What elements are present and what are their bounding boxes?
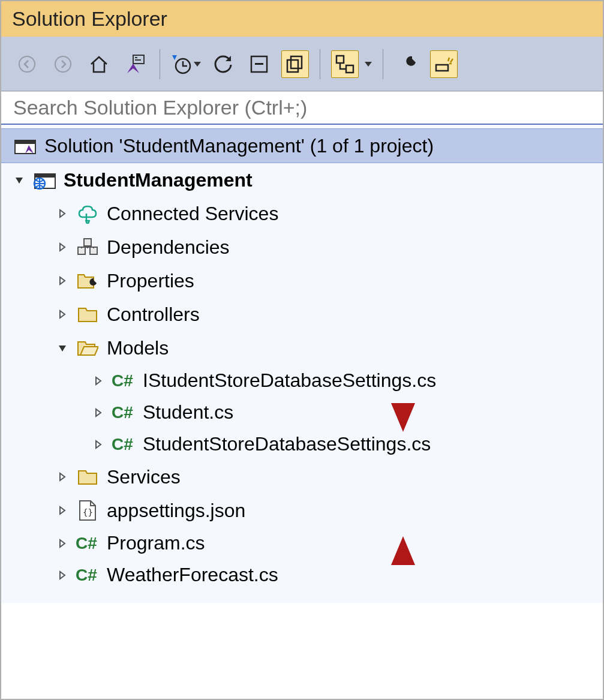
dependencies-icon bbox=[76, 235, 100, 259]
forward-button[interactable] bbox=[49, 50, 77, 78]
tree-node-appsettings[interactable]: {} appsettings.json bbox=[1, 494, 603, 527]
expander-closed-icon[interactable] bbox=[92, 375, 104, 387]
tree-node-weather[interactable]: C# WeatherForecast.cs bbox=[1, 559, 603, 591]
dropdown-caret-icon bbox=[365, 62, 372, 67]
class-diagram-icon bbox=[335, 54, 355, 74]
pending-changes-filter-button[interactable] bbox=[171, 54, 201, 74]
show-all-files-button[interactable] bbox=[281, 50, 309, 78]
tree-node-connected-services[interactable]: Connected Services bbox=[1, 197, 603, 230]
search-input[interactable] bbox=[12, 95, 592, 120]
csharp-file-icon: C# bbox=[112, 435, 136, 454]
properties-folder-icon bbox=[76, 269, 100, 293]
tree-node-program[interactable]: C# Program.cs bbox=[1, 527, 603, 559]
sync-button[interactable] bbox=[209, 50, 237, 78]
json-file-icon: {} bbox=[76, 498, 100, 522]
file-label: Program.cs bbox=[107, 532, 205, 554]
home-icon bbox=[89, 54, 109, 74]
svg-point-0 bbox=[19, 56, 35, 72]
node-label: Services bbox=[107, 466, 181, 488]
preview-icon bbox=[434, 54, 454, 74]
toolbar-separator bbox=[383, 49, 383, 79]
collapse-all-icon bbox=[249, 54, 269, 74]
file-label: StudentStoreDatabaseSettings.cs bbox=[143, 433, 431, 455]
node-label: Models bbox=[107, 337, 169, 359]
connected-services-icon bbox=[76, 202, 100, 226]
svg-point-1 bbox=[55, 56, 71, 72]
expander-closed-icon[interactable] bbox=[56, 569, 68, 581]
file-label: WeatherForecast.cs bbox=[107, 564, 278, 586]
tree-node-dependencies[interactable]: Dependencies bbox=[1, 230, 603, 264]
tree-node-file[interactable]: C# Student.cs bbox=[1, 396, 603, 428]
svg-rect-8 bbox=[287, 60, 298, 72]
node-label: Properties bbox=[107, 270, 194, 292]
csharp-file-icon: C# bbox=[112, 371, 136, 390]
back-arrow-icon bbox=[18, 55, 36, 73]
file-label: Student.cs bbox=[143, 401, 233, 423]
csharp-file-icon: C# bbox=[76, 534, 100, 553]
svg-rect-16 bbox=[35, 174, 55, 178]
svg-rect-9 bbox=[291, 56, 302, 68]
node-label: Connected Services bbox=[107, 203, 278, 225]
panel-title: Solution Explorer bbox=[1, 1, 603, 37]
expander-closed-icon[interactable] bbox=[56, 275, 68, 287]
panel-title-text: Solution Explorer bbox=[12, 7, 167, 30]
toolbar-separator bbox=[160, 49, 160, 79]
svg-rect-11 bbox=[346, 65, 353, 73]
home-button[interactable] bbox=[85, 50, 113, 78]
svg-rect-14 bbox=[15, 140, 35, 144]
expander-closed-icon[interactable] bbox=[56, 241, 68, 253]
folder-icon bbox=[76, 465, 100, 489]
expander-closed-icon[interactable] bbox=[56, 504, 68, 516]
svg-rect-7 bbox=[255, 63, 263, 65]
folder-icon bbox=[76, 302, 100, 326]
web-project-icon bbox=[32, 168, 56, 192]
filter-pending-icon bbox=[171, 54, 191, 74]
dropdown-caret-icon bbox=[194, 62, 201, 67]
show-all-files-icon bbox=[285, 54, 305, 74]
svg-rect-4 bbox=[135, 59, 141, 61]
csharp-file-icon: C# bbox=[76, 566, 100, 585]
project-label: StudentManagement bbox=[64, 169, 253, 191]
svg-text:{}: {} bbox=[83, 507, 93, 517]
back-button[interactable] bbox=[13, 50, 41, 78]
svg-rect-3 bbox=[135, 57, 137, 58]
svg-rect-12 bbox=[436, 65, 448, 71]
expander-open-icon[interactable] bbox=[56, 342, 68, 354]
solution-tree: Solution 'StudentManagement' (1 of 1 pro… bbox=[1, 125, 603, 603]
node-label: Dependencies bbox=[107, 236, 230, 259]
tree-node-services[interactable]: Services bbox=[1, 460, 603, 494]
collapse-all-button[interactable] bbox=[245, 50, 273, 78]
tree-node-controllers[interactable]: Controllers bbox=[1, 298, 603, 331]
expander-closed-icon[interactable] bbox=[56, 471, 68, 483]
solution-icon bbox=[13, 134, 37, 158]
expander-open-icon[interactable] bbox=[13, 174, 25, 186]
expander-closed-icon[interactable] bbox=[56, 208, 68, 220]
view-class-diagram-button[interactable] bbox=[331, 50, 372, 78]
svg-rect-20 bbox=[84, 239, 91, 246]
tree-node-models[interactable]: Models bbox=[1, 331, 603, 365]
expander-closed-icon[interactable] bbox=[92, 407, 104, 419]
forward-arrow-icon bbox=[54, 55, 72, 73]
tree-node-file[interactable]: C# StudentStoreDatabaseSettings.cs bbox=[1, 428, 603, 460]
folder-open-icon bbox=[76, 336, 100, 360]
tree-node-file[interactable]: C# IStudentStoreDatabaseSettings.cs bbox=[1, 365, 603, 396]
svg-rect-10 bbox=[336, 56, 344, 63]
expander-closed-icon[interactable] bbox=[56, 308, 68, 320]
expander-closed-icon[interactable] bbox=[56, 537, 68, 549]
file-label: appsettings.json bbox=[107, 500, 245, 522]
toolbar-separator bbox=[320, 49, 320, 79]
switch-views-button[interactable] bbox=[121, 50, 149, 78]
wrench-icon bbox=[398, 54, 418, 74]
search-bar[interactable] bbox=[1, 91, 603, 125]
vs-icon bbox=[125, 54, 145, 74]
properties-button[interactable] bbox=[394, 50, 422, 78]
preview-selected-items-button[interactable] bbox=[430, 50, 458, 78]
file-label: IStudentStoreDatabaseSettings.cs bbox=[143, 369, 436, 392]
csharp-file-icon: C# bbox=[112, 403, 136, 422]
tree-node-properties[interactable]: Properties bbox=[1, 264, 603, 298]
expander-closed-icon[interactable] bbox=[92, 438, 104, 450]
node-label: Controllers bbox=[107, 304, 200, 326]
solution-node[interactable]: Solution 'StudentManagement' (1 of 1 pro… bbox=[1, 128, 603, 163]
toolbar bbox=[1, 37, 603, 91]
project-node[interactable]: StudentManagement bbox=[1, 163, 603, 197]
